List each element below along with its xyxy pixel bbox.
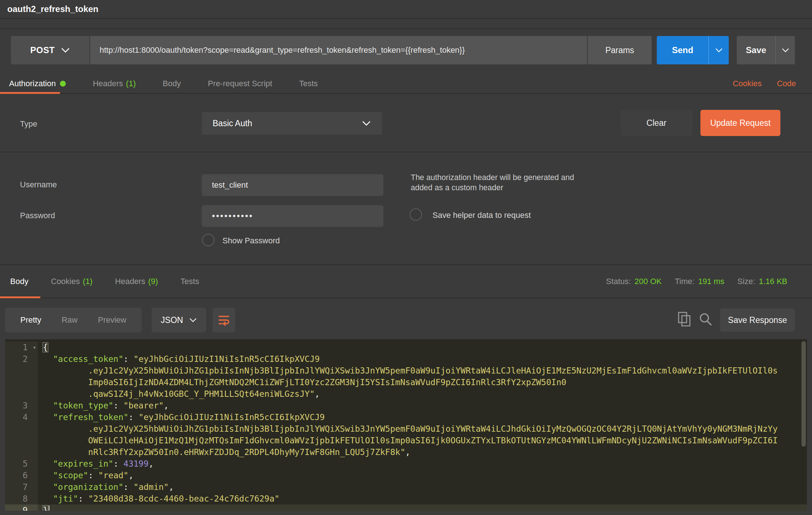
time-value: 191 ms xyxy=(698,277,724,286)
response-format-select[interactable]: JSON xyxy=(152,308,206,332)
code-line-2: 2 "access_token": "eyJhbGciOiJIUzI1NiIsI… xyxy=(5,353,807,365)
copy-response-button[interactable] xyxy=(676,310,693,329)
show-password-label: Show Password xyxy=(222,236,280,245)
save-button-group: Save xyxy=(737,36,795,64)
http-method-select[interactable]: POST xyxy=(11,36,89,64)
response-tab-bar: BodyCookies(1)Headers(9)Tests Status: 20… xyxy=(0,265,812,298)
code-token: "refresh_token" xyxy=(53,412,129,422)
code-line-4-wrap-2: OWEiLCJleHAiOjE1MzQ1MjQzMTQsImF1dGhvcml0… xyxy=(5,435,807,446)
response-tab-cookies[interactable]: Cookies(1) xyxy=(51,277,92,286)
tab-headers[interactable]: Headers(1) xyxy=(93,79,136,88)
auth-type-row: Type Basic Auth Clear Update Request xyxy=(0,94,812,152)
tab-authorization[interactable]: Authorization xyxy=(9,79,66,88)
tab-label: Headers xyxy=(93,79,123,88)
code-text: .eyJ1c2VyX25hbWUiOiJhZG1pbiIsInNjb3BlIjp… xyxy=(38,423,807,435)
code-line-9: 9} xyxy=(5,504,807,511)
auth-type-select[interactable]: Basic Auth xyxy=(202,112,382,135)
request-links: Cookies Code xyxy=(733,79,796,88)
cookies-link[interactable]: Cookies xyxy=(733,79,761,88)
request-url-section: POST Params Send Save xyxy=(0,29,812,74)
chevron-down-icon xyxy=(189,318,197,323)
code-line-2-wrap-1: .eyJ1c2VyX25hbWUiOiJhZG1pbiIsInNjb3BlIjp… xyxy=(5,365,807,376)
chevron-down-icon xyxy=(61,47,70,53)
wrap-text-icon xyxy=(218,314,230,326)
size-value: 1.16 KB xyxy=(759,277,787,286)
response-tab-body[interactable]: Body xyxy=(10,277,28,286)
tab-label: Pre-request Script xyxy=(208,79,272,88)
code-token: : xyxy=(88,471,99,480)
size-field: Size: 1.16 KB xyxy=(737,277,787,286)
code-token: "jti" xyxy=(53,494,78,503)
send-options-button[interactable] xyxy=(708,36,729,64)
tab-label: Authorization xyxy=(9,79,56,88)
chevron-down-icon xyxy=(781,48,789,53)
save-options-button[interactable] xyxy=(775,36,795,64)
show-password-radio[interactable] xyxy=(202,234,214,246)
status-field: Status: 200 OK xyxy=(606,277,662,286)
tab-label: Body xyxy=(162,79,181,88)
header-strip xyxy=(0,19,812,29)
code-line-4: 4 "refresh_token": "eyJhbGciOiJIUzI1NiIs… xyxy=(5,411,807,423)
code-text: "organization": "admin", xyxy=(38,481,807,493)
code-token: , xyxy=(149,459,154,468)
chevron-down-icon xyxy=(715,48,723,53)
update-request-button[interactable]: Update Request xyxy=(700,110,780,136)
line-number: 6 xyxy=(5,470,38,481)
username-input[interactable] xyxy=(202,174,383,196)
tab-tests[interactable]: Tests xyxy=(299,79,318,88)
code-lines: 1▾{2 "access_token": "eyJhbGciOiJIUzI1Ni… xyxy=(5,342,807,511)
http-method-value: POST xyxy=(30,45,55,55)
fold-caret-icon[interactable]: ▾ xyxy=(33,342,36,353)
params-button[interactable]: Params xyxy=(587,36,652,64)
view-mode-raw[interactable]: Raw xyxy=(51,315,88,325)
password-input[interactable] xyxy=(202,205,383,227)
request-tab-bar: AuthorizationHeaders(1)BodyPre-request S… xyxy=(0,74,812,94)
code-text: .eyJ1c2VyX25hbWUiOiJhZG1pbiIsInNjb3BlIjp… xyxy=(38,365,807,376)
code-token: : xyxy=(78,494,88,503)
save-response-button[interactable]: Save Response xyxy=(720,308,795,332)
text-cursor xyxy=(49,506,49,511)
code-text: "refresh_token": "eyJhbGciOiJIUzI1NiIsIn… xyxy=(38,411,807,423)
search-icon xyxy=(698,312,713,327)
view-mode-preview[interactable]: Preview xyxy=(88,315,136,325)
clear-button[interactable]: Clear xyxy=(620,110,692,136)
size-label: Size: xyxy=(737,277,755,286)
params-label: Params xyxy=(605,45,634,55)
line-number xyxy=(5,376,38,388)
code-token: nRlc3RfY2xpZW50In0.eHRWxFZDJDq_2RDPL4Dhy… xyxy=(43,447,405,457)
code-token: "token_type" xyxy=(53,401,113,410)
send-label: Send xyxy=(672,45,694,55)
code-token: , xyxy=(405,447,410,457)
line-number: 1▾ xyxy=(5,342,38,353)
line-number xyxy=(5,365,38,376)
line-number: 5 xyxy=(5,458,38,470)
search-response-button[interactable] xyxy=(697,310,714,329)
tab-pre-request-script[interactable]: Pre-request Script xyxy=(208,79,272,88)
code-token xyxy=(43,459,53,468)
request-title-bar: oauth2_refresh_token xyxy=(0,0,812,19)
code-link[interactable]: Code xyxy=(777,79,796,88)
code-token: .qawS1Z4j_h4vNx10GBC_Y_PHM1LLSQt64eniWLG… xyxy=(43,389,315,399)
wrap-text-button[interactable] xyxy=(213,308,235,332)
code-token: "eyJhbGciOiJIUzI1NiIsInR5cCI6IkpXVCJ9 xyxy=(133,354,319,364)
view-mode-group: PrettyRawPreview xyxy=(5,308,142,332)
response-status-bar: Status: 200 OK Time: 191 ms Size: 1.16 K… xyxy=(606,277,787,286)
scrollbar-thumb[interactable] xyxy=(801,341,806,447)
code-token: , xyxy=(315,389,320,399)
tab-label: Cookies xyxy=(51,277,80,286)
request-url-input[interactable] xyxy=(89,36,587,64)
save-button[interactable]: Save xyxy=(737,36,775,64)
send-button[interactable]: Send xyxy=(657,36,708,64)
code-token: "read" xyxy=(98,471,128,480)
code-line-2-wrap-2: Imp0aSI6IjIzNDA4ZDM4LThjZGMtNDQ2MC1iZWFj… xyxy=(5,376,807,388)
response-tabs: BodyCookies(1)Headers(9)Tests xyxy=(10,277,199,286)
view-mode-pretty[interactable]: Pretty xyxy=(10,315,51,325)
copy-icon xyxy=(678,311,691,327)
code-token: : xyxy=(124,354,134,364)
save-helper-radio[interactable] xyxy=(410,208,422,221)
response-tab-tests[interactable]: Tests xyxy=(181,277,199,286)
response-tab-headers[interactable]: Headers(9) xyxy=(115,277,158,286)
code-token: "organization" xyxy=(53,482,124,492)
code-token: "scope" xyxy=(53,471,88,480)
tab-body[interactable]: Body xyxy=(162,79,181,88)
